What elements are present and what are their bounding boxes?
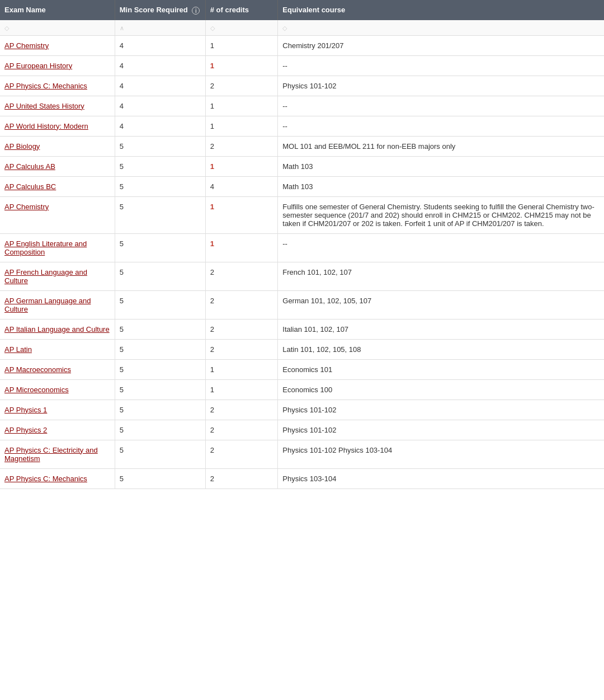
cell-credits: 2	[205, 76, 278, 96]
exam-name-link[interactable]: AP Microeconomics	[4, 386, 69, 394]
cell-min-score: 5	[115, 420, 205, 440]
credits-value: 1	[210, 102, 214, 110]
exam-name-link[interactable]: AP German Language and Culture	[4, 297, 91, 313]
cell-min-score: 5	[115, 359, 205, 379]
credits-value: 2	[210, 345, 214, 354]
credits-value: 1	[210, 162, 214, 171]
exam-name-link[interactable]: AP Calculus BC	[4, 182, 56, 191]
cell-exam-name: AP Physics C: Mechanics	[0, 468, 115, 488]
cell-equiv-course: French 101, 102, 107	[278, 262, 604, 290]
header-equiv-course-label: Equivalent course	[282, 6, 345, 14]
exam-name-link[interactable]: AP Physics 2	[4, 426, 47, 434]
credits-value: 1	[210, 386, 214, 394]
credits-value: 2	[210, 475, 214, 483]
cell-exam-name: AP Chemistry	[0, 35, 115, 55]
cell-equiv-course: Physics 101-102	[278, 420, 604, 440]
credits-value: 2	[210, 297, 214, 305]
cell-exam-name: AP Physics C: Electricity and Magnetism	[0, 440, 115, 468]
exam-name-link[interactable]: AP French Language and Culture	[4, 268, 87, 285]
cell-min-score: 5	[115, 379, 205, 400]
cell-min-score: 5	[115, 440, 205, 468]
cell-min-score: 4	[115, 96, 205, 116]
credits-value: 2	[210, 82, 214, 90]
exam-name-link[interactable]: AP European History	[4, 62, 72, 70]
sort-credits[interactable]: ◇	[205, 20, 278, 36]
exam-name-link[interactable]: AP Chemistry	[4, 41, 49, 50]
credits-value: 2	[210, 426, 214, 434]
cell-equiv-course: --	[278, 55, 604, 76]
cell-min-score: 5	[115, 136, 205, 156]
exam-name-link[interactable]: AP English Literature and Composition	[4, 239, 87, 256]
cell-exam-name: AP Calculus AB	[0, 156, 115, 176]
exam-name-link[interactable]: AP Chemistry	[4, 203, 49, 211]
cell-exam-name: AP Microeconomics	[0, 379, 115, 400]
cell-equiv-course: Chemistry 201/207	[278, 35, 604, 55]
sort-min-score[interactable]: ∧	[115, 20, 205, 36]
cell-min-score: 5	[115, 400, 205, 420]
cell-equiv-course: Economics 101	[278, 359, 604, 379]
table-row: AP Macroeconomics51Economics 101	[0, 359, 604, 379]
cell-min-score: 5	[115, 156, 205, 176]
ap-credits-table: Exam Name Min Score Required i # of cred…	[0, 0, 604, 489]
cell-credits: 2	[205, 468, 278, 488]
exam-name-link[interactable]: AP Physics 1	[4, 406, 47, 414]
table-row: AP English Literature and Composition51-…	[0, 233, 604, 262]
table-row: AP Physics C: Electricity and Magnetism5…	[0, 440, 604, 468]
cell-exam-name: AP Italian Language and Culture	[0, 319, 115, 339]
cell-credits: 1	[205, 233, 278, 262]
exam-name-link[interactable]: AP Physics C: Mechanics	[4, 82, 87, 90]
cell-min-score: 5	[115, 196, 205, 233]
cell-min-score: 4	[115, 76, 205, 96]
cell-equiv-course: Italian 101, 102, 107	[278, 319, 604, 339]
table-row: AP World History: Modern41--	[0, 116, 604, 136]
table-row: AP Microeconomics51Economics 100	[0, 379, 604, 400]
table-row: AP Physics 252Physics 101-102	[0, 420, 604, 440]
exam-name-link[interactable]: AP Italian Language and Culture	[4, 325, 110, 333]
cell-credits: 1	[205, 55, 278, 76]
cell-min-score: 4	[115, 35, 205, 55]
cell-min-score: 5	[115, 290, 205, 319]
credits-value: 1	[210, 62, 214, 70]
table-row: AP European History41--	[0, 55, 604, 76]
credits-value: 1	[210, 41, 214, 50]
exam-name-link[interactable]: AP Latin	[4, 345, 32, 354]
exam-name-link[interactable]: AP Macroeconomics	[4, 365, 71, 374]
cell-equiv-course: MOL 101 and EEB/MOL 211 for non-EEB majo…	[278, 136, 604, 156]
cell-credits: 2	[205, 339, 278, 359]
table-row: AP Latin52Latin 101, 102, 105, 108	[0, 339, 604, 359]
credits-value: 2	[210, 268, 214, 276]
cell-credits: 1	[205, 96, 278, 116]
cell-exam-name: AP Calculus BC	[0, 176, 115, 196]
cell-credits: 1	[205, 156, 278, 176]
exam-name-link[interactable]: AP Calculus AB	[4, 162, 55, 171]
header-min-score: Min Score Required i	[115, 0, 205, 20]
sort-exam-name[interactable]: ◇	[0, 20, 115, 36]
table-row: AP Italian Language and Culture52Italian…	[0, 319, 604, 339]
table-row: AP Chemistry51Fulfills one semester of G…	[0, 196, 604, 233]
cell-equiv-course: Math 103	[278, 156, 604, 176]
credits-value: 2	[210, 446, 214, 454]
table-row: AP United States History41--	[0, 96, 604, 116]
header-credits: # of credits	[205, 0, 278, 20]
cell-credits: 1	[205, 359, 278, 379]
min-score-info-icon[interactable]: i	[192, 7, 200, 15]
header-exam-name-label: Exam Name	[4, 6, 46, 14]
exam-name-link[interactable]: AP Physics C: Mechanics	[4, 475, 87, 483]
sort-equiv-course[interactable]: ◇	[278, 20, 604, 36]
header-exam-name: Exam Name	[0, 0, 115, 20]
exam-name-link[interactable]: AP Physics C: Electricity and Magnetism	[4, 446, 98, 463]
cell-credits: 1	[205, 196, 278, 233]
cell-equiv-course: Economics 100	[278, 379, 604, 400]
exam-name-link[interactable]: AP Biology	[4, 142, 40, 151]
table-row: AP Physics C: Mechanics52Physics 103-104	[0, 468, 604, 488]
table-row: AP Physics C: Mechanics42Physics 101-102	[0, 76, 604, 96]
credits-value: 1	[210, 122, 214, 130]
exam-name-link[interactable]: AP World History: Modern	[4, 122, 88, 130]
cell-exam-name: AP Physics C: Mechanics	[0, 76, 115, 96]
cell-min-score: 5	[115, 319, 205, 339]
table-header-row: Exam Name Min Score Required i # of cred…	[0, 0, 604, 20]
exam-name-link[interactable]: AP United States History	[4, 102, 84, 110]
cell-credits: 2	[205, 420, 278, 440]
table-row: AP Chemistry41Chemistry 201/207	[0, 35, 604, 55]
cell-equiv-course: Fulfills one semester of General Chemist…	[278, 196, 604, 233]
